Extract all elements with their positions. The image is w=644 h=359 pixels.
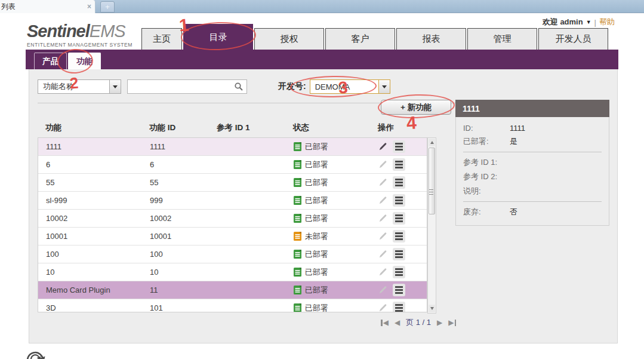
edit-icon[interactable] (378, 142, 387, 151)
menu-icon[interactable] (393, 230, 405, 243)
content-panel: 功能名称 开发号: DEMOMA + 新功能 功能 功能 ID 参考 ID 1 (29, 69, 618, 343)
col-feature-id[interactable]: 功能 ID (149, 122, 217, 133)
table-row[interactable]: Memo Card Plugin 11 已部署 (38, 281, 427, 299)
cell-feature: 1111 (38, 142, 150, 151)
edit-icon[interactable] (378, 214, 387, 223)
tab-catalog[interactable]: 目录 (183, 24, 253, 50)
help-link[interactable]: 帮助 (599, 17, 615, 27)
cell-feature-id: 999 (150, 196, 217, 205)
status-text: 已部署 (305, 267, 328, 278)
new-feature-button[interactable]: + 新功能 (381, 100, 451, 115)
edit-icon[interactable] (378, 232, 387, 241)
status-text: 已部署 (305, 142, 328, 152)
menu-icon[interactable] (393, 176, 405, 189)
divider: | (594, 18, 596, 27)
browser-tabstrip: 列表 × + (0, 0, 644, 13)
dropdown-arrow-icon[interactable] (109, 80, 121, 93)
tab-administration[interactable]: 管理 (467, 28, 537, 50)
tab-reports[interactable]: 报表 (396, 28, 466, 50)
status-text: 已部署 (305, 249, 328, 260)
cell-feature-id: 10001 (150, 232, 217, 241)
scroll-down-icon[interactable] (429, 305, 435, 312)
table-row[interactable]: 55 55 已部署 (38, 174, 427, 192)
last-page-icon[interactable]: ▶ (448, 319, 456, 326)
menu-icon[interactable] (393, 212, 405, 225)
close-icon[interactable]: × (87, 2, 91, 11)
status-undeployed-icon (294, 232, 301, 241)
cell-feature: sl-999 (38, 196, 150, 205)
next-page-icon[interactable]: ▶ (437, 319, 442, 326)
edit-icon[interactable] (378, 268, 387, 277)
chevron-down-icon[interactable]: ▼ (586, 19, 591, 25)
main-nav: 主页 目录 授权 客户 报表 管理 开发人员 (141, 27, 609, 50)
menu-icon[interactable] (393, 266, 405, 278)
detail-value: 是 (510, 136, 517, 147)
subtab-products[interactable]: 产品 (34, 53, 67, 69)
tab-entitlements[interactable]: 授权 (254, 28, 324, 50)
subtab-features[interactable]: 功能 (68, 53, 101, 69)
search-input[interactable] (127, 79, 230, 94)
table-row[interactable]: 10 10 已部署 (38, 263, 427, 281)
tab-customers[interactable]: 客户 (325, 28, 395, 50)
detail-field: 已部署: 是 (456, 134, 609, 149)
cell-feature: 10002 (38, 214, 150, 223)
edit-icon[interactable] (378, 286, 387, 294)
browser-tab-title: 列表 (1, 2, 87, 12)
status-deployed-icon (294, 178, 301, 187)
cell-feature-id: 100 (150, 250, 217, 259)
table-scrollbar[interactable] (427, 137, 436, 314)
cell-feature-id: 10 (150, 268, 217, 277)
tab-developer[interactable]: 开发人员 (538, 28, 608, 50)
filter-row: 功能名称 开发号: DEMOMA (38, 79, 390, 94)
first-page-icon[interactable]: ◀ (381, 319, 389, 326)
search-field-select[interactable]: 功能名称 (38, 79, 121, 94)
scroll-up-icon[interactable] (429, 139, 435, 146)
scrollbar-grip (429, 189, 433, 195)
scrollbar-thumb[interactable] (429, 148, 435, 214)
table-row[interactable]: sl-999 999 已部署 (38, 192, 427, 210)
menu-icon[interactable] (393, 248, 405, 260)
dropdown-arrow-icon[interactable] (378, 80, 390, 93)
dev-id-select[interactable]: DEMOMA (310, 79, 390, 94)
table-row[interactable]: 6 6 已部署 (38, 156, 427, 174)
prev-page-icon[interactable]: ◀ (395, 319, 400, 326)
cell-feature: 10 (38, 268, 150, 277)
menu-icon[interactable] (393, 194, 405, 207)
search-icon (234, 82, 244, 91)
col-feature[interactable]: 功能 (38, 122, 149, 133)
edit-icon[interactable] (378, 178, 387, 187)
menu-icon[interactable] (393, 158, 405, 171)
cell-feature-id: 55 (150, 178, 217, 187)
table-row[interactable]: 10001 10001 未部署 (38, 228, 427, 246)
new-tab-button[interactable]: + (100, 1, 115, 13)
cell-feature: 10001 (38, 232, 150, 241)
detail-field: 参考 ID 2: (456, 170, 609, 184)
divider (463, 152, 602, 152)
table-header: 功能 功能 ID 参考 ID 1 状态 操作 (38, 119, 427, 136)
table-row[interactable]: 1111 1111 已部署 (38, 138, 427, 156)
divider (463, 201, 602, 202)
edit-icon[interactable] (378, 303, 387, 312)
edit-icon[interactable] (378, 196, 387, 205)
status-deployed-icon (294, 196, 301, 205)
col-ref-id[interactable]: 参考 ID 1 (217, 122, 293, 133)
browser-tab[interactable]: 列表 × (0, 0, 95, 13)
menu-icon[interactable] (393, 284, 405, 296)
table-row[interactable]: 10002 10002 已部署 (38, 210, 427, 228)
edit-icon[interactable] (378, 160, 387, 169)
edit-icon[interactable] (378, 250, 387, 259)
cell-feature-id: 101 (150, 303, 217, 312)
dev-id-value: DEMOMA (310, 80, 355, 93)
cell-feature-id: 6 (150, 160, 217, 169)
menu-icon[interactable] (393, 140, 405, 153)
table-row[interactable]: 3D 101 已部署 (38, 299, 427, 312)
table-row[interactable]: 100 100 已部署 (38, 246, 427, 263)
menu-icon[interactable] (393, 302, 405, 312)
refresh-icon[interactable] (25, 348, 50, 359)
status-deployed-icon (294, 250, 301, 259)
search-button[interactable] (230, 79, 247, 94)
col-status[interactable]: 状态 (293, 122, 378, 133)
tab-home[interactable]: 主页 (141, 28, 182, 50)
cell-feature: 100 (38, 250, 150, 259)
cell-feature-id: 10002 (150, 214, 217, 223)
